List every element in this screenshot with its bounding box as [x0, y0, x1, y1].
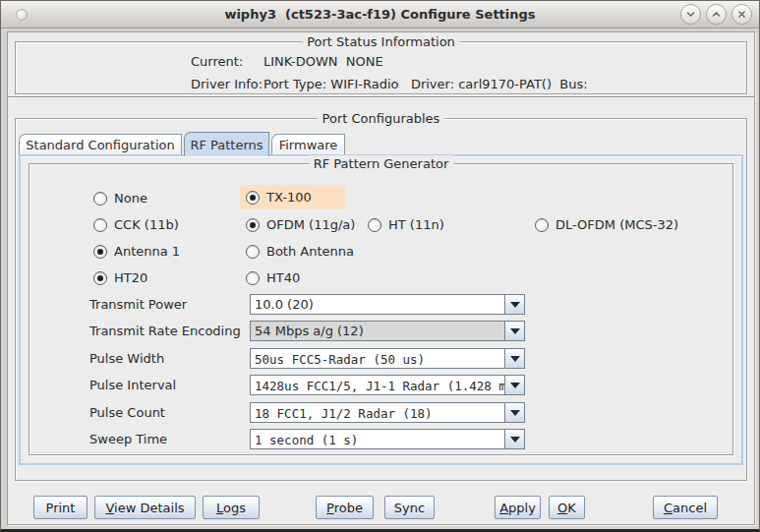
radio-ht20[interactable]: HT20	[88, 266, 153, 290]
chevron-down-icon[interactable]	[504, 403, 524, 422]
pulse-width-label: Pulse Width	[89, 351, 250, 366]
pulse-interval-label: Pulse Interval	[89, 378, 250, 392]
sweep-time-dropdown[interactable]: 1 second (1 s)	[250, 429, 525, 449]
pulse-interval-dropdown[interactable]: 1428us FCC1/5, J1-1 Radar (1.428 ms)	[250, 375, 525, 395]
pulse-count-value: 18 FCC1, J1/2 Radar (18)	[251, 403, 504, 422]
radio-label: OFDM (11g/a)	[266, 217, 355, 232]
radio-ht40[interactable]: HT40	[240, 266, 306, 290]
close-icon	[735, 8, 748, 21]
radio-selected-icon	[246, 191, 260, 205]
sweep-time-value: 1 second (1 s)	[251, 430, 504, 448]
close-button[interactable]	[731, 4, 752, 25]
radio-icon	[93, 218, 107, 232]
radio-label: HT (11n)	[388, 217, 444, 232]
transmit-power-value: 10.0 (20)	[251, 295, 504, 314]
pulse-width-value: 50us FCC5-Radar (50 us)	[251, 349, 504, 368]
radio-selected-icon	[93, 245, 107, 259]
driver-info-value: Port Type: WIFI-Radio Driver: carl9170-P…	[263, 76, 588, 93]
current-value: LINK-DOWN NONE	[263, 53, 588, 71]
configure-settings-window: wiphy3 (ct523-3ac-f19) Configure Setting…	[0, 0, 760, 532]
tab-firmware[interactable]: Firmware	[271, 134, 345, 154]
transmit-rate-encoding-label: Transmit Rate Encoding	[89, 324, 250, 338]
view-details-button[interactable]: View Details	[94, 496, 196, 519]
radio-label: Antenna 1	[114, 244, 180, 259]
pulse-width-dropdown[interactable]: 50us FCC5-Radar (50 us)	[250, 348, 525, 369]
radio-label: HT20	[114, 270, 147, 285]
radio-selected-icon	[93, 271, 107, 285]
tab-label: Standard Configuration	[26, 138, 174, 152]
transmit-rate-encoding-value: 54 Mbps a/g (12)	[251, 322, 504, 340]
tab-rf-patterns[interactable]: RF Patterns	[184, 132, 269, 156]
window-title: wiphy3 (ct523-3ac-f19) Configure Setting…	[1, 7, 759, 22]
pulse-interval-value: 1428us FCC1/5, J1-1 Radar (1.428 ms)	[251, 376, 504, 394]
radio-ht-11n[interactable]: HT (11n)	[362, 212, 450, 237]
probe-button[interactable]: Probe	[316, 496, 374, 519]
transmit-power-label: Transmit Power	[89, 297, 250, 312]
radio-label: None	[114, 191, 147, 206]
radio-label: HT40	[266, 270, 300, 285]
radio-both-antenna[interactable]: Both Antenna	[240, 239, 360, 264]
radio-none[interactable]: None	[88, 186, 153, 210]
logs-button[interactable]: Logs	[203, 496, 260, 519]
radio-label: DL-OFDM (MCS-32)	[555, 217, 678, 232]
radio-cck-11b[interactable]: CCK (11b)	[88, 212, 185, 237]
radio-icon	[535, 218, 549, 232]
driver-info-label: Driver Info:	[191, 76, 263, 93]
port-status-frame: Port Status Information Current: LINK-DO…	[15, 41, 747, 94]
apply-button[interactable]: Apply	[495, 496, 541, 519]
ok-button[interactable]: OK	[549, 496, 585, 519]
tab-standard-configuration[interactable]: Standard Configuration	[19, 134, 182, 154]
radio-icon	[246, 245, 260, 259]
radio-icon	[246, 271, 260, 285]
tab-label: Firmware	[279, 138, 338, 152]
chevron-down-icon	[684, 8, 697, 21]
pulse-count-label: Pulse Count	[89, 405, 250, 420]
chevron-down-icon[interactable]	[504, 295, 524, 314]
chevron-down-icon[interactable]	[504, 349, 524, 368]
port-status-title: Port Status Information	[302, 33, 460, 50]
sync-button[interactable]: Sync	[384, 496, 435, 519]
cancel-button[interactable]: Cancel	[653, 496, 718, 519]
radio-antenna-1[interactable]: Antenna 1	[88, 239, 186, 264]
radio-label: TX-100	[266, 190, 312, 205]
tab-label: RF Patterns	[190, 138, 263, 152]
horizontal-separator	[8, 96, 754, 97]
print-button[interactable]: Print	[33, 496, 88, 519]
radio-ofdm-11ga[interactable]: OFDM (11g/a)	[240, 212, 361, 237]
window-menu-button[interactable]	[16, 9, 28, 21]
radio-icon	[93, 192, 107, 206]
rf-pattern-generator-title: RF Pattern Generator	[309, 155, 454, 172]
sweep-time-label: Sweep Time	[89, 432, 250, 446]
pulse-count-dropdown[interactable]: 18 FCC1, J1/2 Radar (18)	[250, 402, 525, 423]
transmit-power-dropdown[interactable]: 10.0 (20)	[250, 294, 525, 315]
chevron-down-icon[interactable]	[504, 376, 524, 394]
radio-icon	[368, 218, 381, 232]
chevron-up-icon	[710, 8, 723, 21]
current-label: Current:	[191, 53, 263, 71]
port-configurables-title: Port Configurables	[318, 110, 445, 127]
chevron-down-icon[interactable]	[504, 430, 524, 448]
chevron-down-icon[interactable]	[504, 322, 524, 340]
maximize-button[interactable]	[706, 4, 727, 25]
radio-dl-ofdm-mcs-32[interactable]: DL-OFDM (MCS-32)	[529, 212, 684, 237]
transmit-rate-encoding-dropdown[interactable]: 54 Mbps a/g (12)	[250, 321, 525, 341]
radio-label: Both Antenna	[266, 244, 354, 259]
radio-tx-100[interactable]: TX-100	[240, 185, 345, 209]
titlebar: wiphy3 (ct523-3ac-f19) Configure Setting…	[1, 1, 759, 29]
radio-label: CCK (11b)	[114, 217, 179, 232]
radio-selected-icon	[246, 218, 260, 232]
minimize-button[interactable]	[680, 4, 701, 25]
